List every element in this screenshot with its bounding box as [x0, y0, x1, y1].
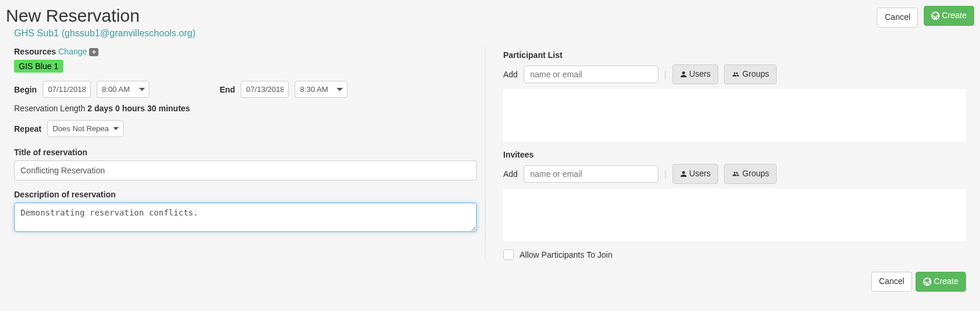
resources-label: Resources — [14, 47, 56, 56]
description-field-label: Description of reservation — [14, 190, 477, 199]
page-title: New Reservation — [6, 6, 139, 26]
participant-name-input[interactable] — [524, 66, 658, 83]
groups-button-label: Groups — [742, 168, 769, 180]
repeat-label: Repeat — [14, 124, 42, 134]
left-column: Resources Change + GIS Blue 1 Begin 8:00… — [6, 47, 486, 260]
title-input[interactable] — [14, 160, 477, 180]
change-resources-link[interactable]: Change — [58, 47, 87, 56]
repeat-select[interactable]: Does Not Repeat — [47, 120, 124, 137]
plus-icon[interactable]: + — [89, 48, 98, 56]
end-label: End — [220, 85, 235, 94]
group-icon — [732, 170, 740, 177]
divider: | — [664, 169, 667, 179]
allow-join-label: Allow Participants To Join — [520, 250, 612, 259]
create-button-bottom[interactable]: Create — [916, 272, 966, 292]
invitee-add-label: Add — [503, 169, 518, 179]
length-value: 2 days 0 hours 30 minutes — [87, 104, 190, 113]
invitees-heading: Invitees — [503, 150, 966, 159]
group-icon — [732, 71, 740, 78]
description-textarea[interactable]: Demonstrating reservation conflicts. — [14, 203, 477, 232]
begin-label: Begin — [14, 85, 37, 94]
cancel-button-bottom[interactable]: Cancel — [871, 272, 912, 292]
participant-users-button[interactable]: Users — [672, 64, 719, 84]
right-column: Participant List Add | Users Groups Invi… — [503, 47, 974, 260]
end-time-select[interactable]: 8:30 AM — [295, 81, 347, 98]
owner-link[interactable]: GHS Sub1 (ghssub1@granvilleschools.org) — [14, 28, 196, 39]
length-label: Reservation Length — [14, 104, 85, 113]
begin-date-input[interactable] — [43, 81, 91, 98]
participant-groups-button[interactable]: Groups — [724, 64, 777, 84]
user-icon — [680, 71, 687, 78]
resource-tag[interactable]: GIS Blue 1 — [14, 60, 63, 73]
invitee-groups-button[interactable]: Groups — [724, 164, 777, 184]
divider: | — [664, 70, 667, 79]
groups-button-label: Groups — [742, 69, 769, 80]
cancel-button[interactable]: Cancel — [877, 8, 918, 28]
end-date-input[interactable] — [241, 81, 289, 98]
check-circle-icon — [931, 12, 940, 20]
participant-add-label: Add — [503, 70, 518, 79]
allow-join-checkbox[interactable] — [503, 250, 514, 260]
create-button-label: Create — [934, 276, 958, 288]
bottom-action-buttons: Cancel Create — [6, 272, 974, 292]
participant-list-heading: Participant List — [503, 50, 966, 60]
user-icon — [680, 170, 687, 177]
check-circle-icon — [923, 278, 931, 286]
top-action-buttons: Cancel Create — [877, 6, 974, 28]
users-button-label: Users — [689, 69, 711, 80]
begin-time-select[interactable]: 8:00 AM — [97, 81, 149, 98]
create-button[interactable]: Create — [924, 6, 974, 26]
create-button-label: Create — [942, 10, 967, 22]
users-button-label: Users — [689, 168, 711, 180]
invitee-users-button[interactable]: Users — [672, 164, 719, 184]
invitee-name-input[interactable] — [524, 165, 658, 183]
participant-list-box — [503, 89, 966, 142]
title-field-label: Title of reservation — [14, 148, 477, 157]
invitee-list-box — [503, 189, 966, 241]
